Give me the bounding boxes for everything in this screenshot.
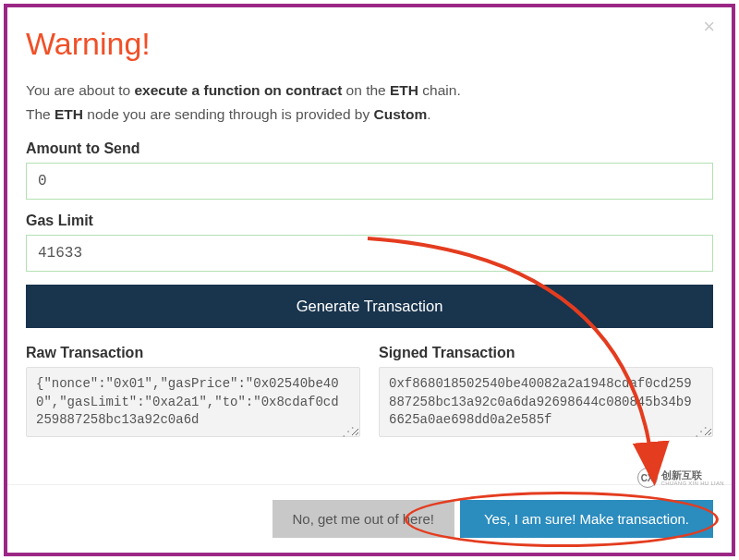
amount-input[interactable] [26, 163, 713, 200]
watermark-cn: 创新互联 [661, 470, 724, 481]
desc-text: on the [342, 82, 390, 98]
desc-provider-bold: Custom [374, 106, 428, 122]
cancel-button[interactable]: No, get me out of here! [273, 500, 454, 538]
desc-text: chain. [418, 82, 461, 98]
desc-text: node you are sending through is provided… [83, 106, 374, 122]
desc-text: . [427, 106, 430, 122]
watermark-en: CHUANG XIN HU LIAN [661, 481, 724, 486]
raw-transaction-textarea[interactable]: {"nonce":"0x01","gasPrice":"0x02540be400… [26, 367, 360, 437]
desc-text: You are about to [26, 82, 135, 98]
transaction-output-row: Raw Transaction {"nonce":"0x01","gasPric… [26, 345, 713, 441]
modal-dialog: × Warning! You are about to execute a fu… [4, 4, 735, 556]
close-icon[interactable]: × [703, 17, 715, 37]
signed-transaction-col: Signed Transaction 0xf868018502540be4008… [379, 345, 713, 441]
gas-limit-input[interactable] [26, 235, 713, 272]
modal-title: Warning! [26, 26, 713, 62]
gas-limit-label: Gas Limit [26, 213, 713, 229]
signed-transaction-label: Signed Transaction [379, 345, 713, 361]
watermark: CX 创新互联 CHUANG XIN HU LIAN [637, 468, 724, 488]
watermark-logo-icon: CX [637, 468, 658, 488]
amount-label: Amount to Send [26, 140, 713, 157]
warning-description: You are about to execute a function on c… [26, 79, 713, 126]
confirm-button[interactable]: Yes, I am sure! Make transaction. [460, 500, 713, 538]
desc-chain-bold: ETH [390, 82, 418, 98]
modal-body: Warning! You are about to execute a func… [7, 7, 732, 459]
desc-action-bold: execute a function on contract [135, 82, 343, 98]
signed-transaction-textarea[interactable]: 0xf868018502540be40082a2a1948cdaf0cd2598… [379, 367, 713, 437]
raw-transaction-col: Raw Transaction {"nonce":"0x01","gasPric… [26, 345, 360, 441]
raw-transaction-label: Raw Transaction [26, 345, 360, 361]
modal-footer: No, get me out of here! Yes, I am sure! … [7, 484, 732, 553]
desc-chain-bold: ETH [55, 106, 83, 122]
watermark-text: 创新互联 CHUANG XIN HU LIAN [661, 470, 724, 486]
generate-transaction-button[interactable]: Generate Transaction [26, 285, 713, 328]
desc-text: The [26, 106, 55, 122]
